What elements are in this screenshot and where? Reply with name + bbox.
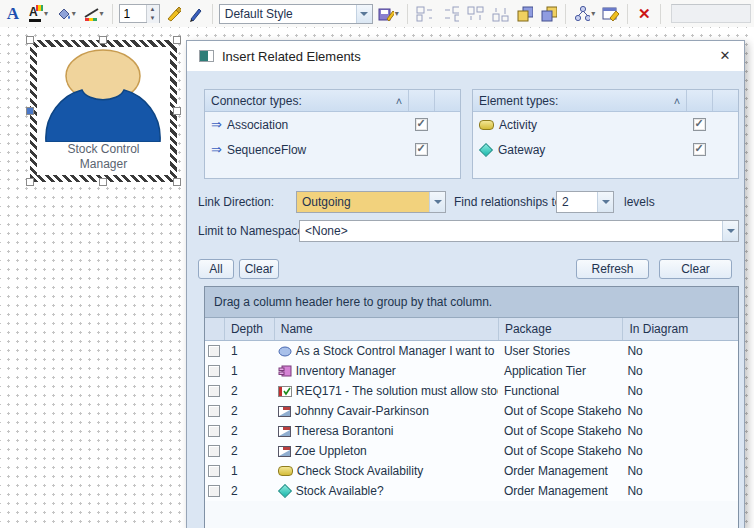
format-toolbar: A A ▾ ▾ ▾ ▲▼ Default Style ▾ — [0, 0, 754, 27]
align-top-button[interactable] — [464, 3, 486, 25]
chevron-down-icon[interactable] — [429, 192, 445, 212]
resize-handle-n[interactable] — [99, 36, 107, 44]
row-checkbox[interactable] — [208, 405, 220, 417]
column-header-checkbox[interactable] — [205, 318, 224, 340]
row-depth: 2 — [224, 444, 274, 458]
actor-element-stock-control-manager[interactable]: Stock Control Manager — [30, 40, 177, 182]
table-row[interactable]: 2 Zoe Uppleton Out of Scope Stakeho... N… — [205, 441, 738, 461]
header-cell — [434, 90, 460, 111]
element-type-row[interactable]: Gateway — [473, 137, 738, 162]
font-a-icon: A — [7, 4, 19, 24]
column-header-package[interactable]: Package — [498, 318, 623, 340]
table-row[interactable]: 1 Inventory Manager Application Tier No — [205, 361, 738, 381]
column-header-name[interactable]: Name — [274, 318, 498, 340]
levels-value: 2 — [557, 195, 597, 209]
row-checkbox[interactable] — [208, 485, 220, 497]
row-in-diagram: No — [622, 464, 738, 478]
column-header-in-diagram[interactable]: In Diagram — [622, 318, 738, 340]
clear-results-button[interactable]: Clear — [659, 259, 732, 279]
row-checkbox[interactable] — [208, 445, 220, 457]
line-width-stepper[interactable]: ▲▼ — [119, 4, 160, 23]
element-type-row[interactable]: Activity — [473, 112, 738, 137]
table-row[interactable]: 2 Johnny Cavair-Parkinson Out of Scope S… — [205, 401, 738, 421]
font-color-button[interactable]: A ▾ — [26, 3, 50, 25]
group-by-bar[interactable]: Drag a column header here to group by th… — [205, 287, 738, 318]
font-button[interactable]: A — [3, 3, 23, 25]
link-direction-combobox[interactable]: Outgoing — [296, 191, 446, 213]
toolbar-empty-field — [671, 4, 751, 23]
align-top-icon — [466, 6, 484, 22]
table-row[interactable]: 1 Check Stock Availability Order Managem… — [205, 461, 738, 481]
close-button[interactable]: ✕ — [716, 47, 734, 65]
refresh-button[interactable]: Refresh — [576, 259, 649, 279]
delete-button[interactable]: ✕ — [634, 3, 654, 25]
font-color-icon: A — [28, 5, 43, 23]
connector-type-row[interactable]: ⇒ SequenceFlow — [205, 137, 460, 162]
style-combobox[interactable]: Default Style — [219, 4, 373, 24]
align-left-button[interactable] — [414, 3, 436, 25]
gateway-checkbox[interactable] — [693, 143, 706, 156]
activity-checkbox[interactable] — [693, 118, 706, 131]
table-row[interactable]: 2 REQ171 - The solution must allow stoc.… — [205, 381, 738, 401]
row-checkbox[interactable] — [208, 425, 220, 437]
toolbar-separator — [660, 4, 661, 24]
namespace-combobox[interactable]: <None> — [299, 220, 739, 242]
gateway-icon — [479, 142, 493, 156]
row-checkbox[interactable] — [208, 365, 220, 377]
dialog-title: Insert Related Elements — [222, 49, 361, 64]
header-cell — [712, 90, 738, 111]
levels-combobox[interactable]: 2 — [556, 191, 614, 213]
resize-handle-nw[interactable] — [26, 36, 34, 44]
line-width-input[interactable] — [120, 5, 146, 22]
align-left-icon — [416, 6, 434, 22]
element-types-header[interactable]: Element types: ˄ — [473, 90, 738, 112]
pen-button[interactable] — [186, 3, 206, 25]
step-up-icon[interactable]: ▲ — [147, 5, 159, 14]
toolbar-separator — [407, 4, 408, 24]
resize-handle-s[interactable] — [99, 178, 107, 186]
diagram-canvas[interactable]: Stock Control Manager Insert Related Ele… — [0, 27, 754, 528]
stepper-buttons[interactable]: ▲▼ — [146, 5, 159, 22]
table-row[interactable]: 2 Theresa Borantoni Out of Scope Stakeho… — [205, 421, 738, 441]
align-right-button[interactable] — [439, 3, 461, 25]
dialog-titlebar[interactable]: Insert Related Elements — [187, 41, 744, 71]
all-button[interactable]: All — [198, 259, 234, 279]
line-color-button[interactable]: ▾ — [81, 3, 106, 25]
fill-color-button[interactable]: ▾ — [53, 3, 78, 25]
table-row[interactable]: 1 As a Stock Control Manager I want to .… — [205, 341, 738, 361]
chevron-down-icon[interactable] — [356, 5, 372, 23]
send-to-back-button[interactable] — [538, 3, 559, 25]
column-header-depth[interactable]: Depth — [224, 318, 274, 340]
row-in-diagram: No — [622, 424, 738, 438]
sequenceflow-checkbox[interactable] — [415, 143, 428, 156]
collapse-chevron-icon[interactable]: ˄ — [668, 95, 686, 107]
connector-types-header[interactable]: Connector types: ˄ — [205, 90, 460, 112]
align-bottom-button[interactable] — [489, 3, 511, 25]
step-down-icon[interactable]: ▼ — [147, 14, 159, 23]
row-checkbox[interactable] — [208, 345, 220, 357]
chevron-down-icon[interactable] — [722, 221, 738, 241]
collapse-chevron-icon[interactable]: ˄ — [390, 95, 408, 107]
connector-type-row[interactable]: ⇒ Association — [205, 112, 460, 137]
row-name: Check Stock Availability — [297, 464, 424, 478]
save-style-button[interactable]: ▾ — [376, 3, 401, 25]
chevron-down-icon[interactable] — [597, 192, 613, 212]
bring-to-front-button[interactable] — [514, 3, 535, 25]
insert-related-elements-button[interactable]: ▾ — [572, 3, 597, 25]
resize-handle-e[interactable] — [173, 107, 181, 115]
row-checkbox[interactable] — [208, 385, 220, 397]
align-right-icon — [441, 6, 459, 22]
resize-handle-se[interactable] — [173, 178, 181, 186]
find-relationships-row: Find relationships to: — [454, 191, 565, 213]
row-checkbox[interactable] — [208, 465, 220, 477]
resize-handle-ne[interactable] — [173, 36, 181, 44]
association-checkbox[interactable] — [415, 118, 428, 131]
row-name: Stock Available? — [296, 484, 384, 498]
resize-handle-w[interactable] — [26, 107, 34, 115]
table-row[interactable]: 2 Stock Available? Order Management No — [205, 481, 738, 501]
resize-handle-sw[interactable] — [26, 178, 34, 186]
properties-button[interactable] — [600, 3, 621, 25]
clear-selection-button[interactable]: Clear — [239, 259, 279, 279]
row-in-diagram: No — [622, 384, 738, 398]
format-painter-button[interactable] — [163, 3, 183, 25]
